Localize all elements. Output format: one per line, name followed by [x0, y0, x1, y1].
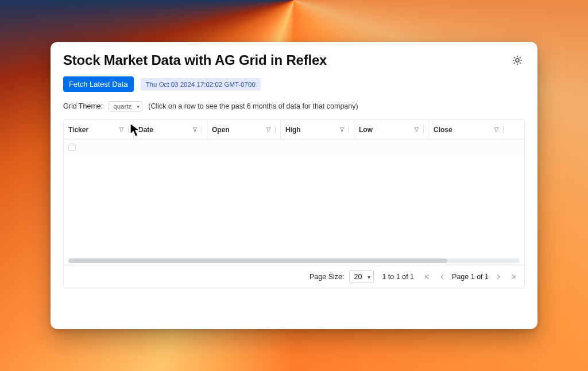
column-header-open[interactable]: Open	[207, 120, 281, 139]
column-header-close[interactable]: Close	[429, 120, 508, 139]
sun-icon	[512, 55, 523, 65]
grid-footer: Page Size: 20 ▾ 1 to 1 of 1 Page 1 of 1	[64, 265, 524, 288]
filter-icon	[339, 126, 345, 133]
svg-line-8	[520, 57, 520, 58]
grid-theme-select[interactable]: quartz ▾	[109, 101, 142, 111]
divider-icon	[275, 126, 276, 134]
row-range-text: 1 to 1 of 1	[382, 273, 414, 281]
divider-icon	[349, 126, 349, 134]
column-label: Close	[434, 126, 452, 134]
column-label: Open	[212, 126, 230, 134]
column-label: High	[285, 126, 301, 134]
grid-theme-label: Grid Theme:	[63, 102, 103, 110]
filter-icon	[493, 126, 500, 133]
filter-icon	[192, 126, 198, 133]
grid-body[interactable]	[64, 156, 524, 258]
divider-icon	[202, 126, 202, 134]
first-page-icon	[424, 273, 431, 280]
app-window: Stock Market Data with AG Grid in Reflex…	[51, 42, 537, 329]
svg-line-3	[514, 57, 515, 58]
column-menu-button[interactable]	[265, 126, 276, 134]
page-size-select[interactable]: 20 ▾	[349, 270, 374, 283]
filter-icon	[413, 126, 420, 133]
column-menu-button[interactable]	[493, 126, 504, 134]
timestamp-badge: Thu Oct 03 2024 17:02:02 GMT-0700	[141, 78, 261, 91]
column-header-low[interactable]: Low	[354, 120, 429, 139]
grid-hint-text: (Click on a row to see the past 6 months…	[148, 102, 358, 110]
chevron-down-icon: ▾	[137, 103, 140, 110]
prev-page-button[interactable]	[437, 272, 447, 282]
column-menu-button[interactable]	[192, 126, 202, 134]
divider-icon	[128, 126, 129, 134]
column-header-ticker[interactable]: Ticker	[64, 120, 134, 139]
first-page-button[interactable]	[422, 272, 432, 282]
caret-down-icon: ▾	[368, 273, 370, 280]
fetch-latest-data-button[interactable]: Fetch Latest Data	[63, 76, 134, 92]
page-title: Stock Market Data with AG Grid in Reflex	[63, 52, 327, 68]
theme-toggle-button[interactable]	[510, 53, 525, 68]
page-size-control: Page Size: 20 ▾	[310, 270, 374, 283]
horizontal-scrollbar[interactable]	[64, 258, 524, 265]
column-label: Date	[138, 126, 153, 134]
next-page-button[interactable]	[493, 272, 504, 282]
svg-line-7	[514, 63, 515, 63]
chevron-right-icon	[495, 273, 502, 280]
filter-icon	[118, 126, 125, 133]
column-label: Low	[359, 126, 373, 134]
title-row: Stock Market Data with AG Grid in Reflex	[63, 52, 525, 68]
column-label: Ticker	[68, 126, 88, 134]
grid-header-row: Ticker Date Open	[64, 120, 524, 140]
toolbar: Fetch Latest Data Thu Oct 03 2024 17:02:…	[63, 76, 525, 92]
divider-icon	[423, 126, 424, 134]
scroll-thumb[interactable]	[68, 258, 447, 263]
last-page-icon	[510, 273, 517, 280]
svg-line-4	[520, 63, 520, 63]
page-size-label: Page Size:	[310, 273, 344, 281]
select-all-row	[64, 140, 524, 156]
data-grid: Ticker Date Open	[63, 119, 525, 288]
svg-point-0	[516, 59, 519, 62]
pager-buttons: Page 1 of 1	[422, 272, 519, 282]
column-header-high[interactable]: High	[281, 120, 354, 139]
column-menu-button[interactable]	[413, 126, 424, 134]
last-page-button[interactable]	[508, 272, 519, 282]
filter-icon	[265, 126, 272, 133]
divider-icon	[503, 126, 504, 134]
column-header-date[interactable]: Date	[134, 120, 207, 139]
page-size-value: 20	[354, 273, 362, 281]
page-of-text: Page 1 of 1	[452, 273, 489, 281]
scroll-track	[68, 258, 520, 263]
select-all-checkbox[interactable]	[68, 144, 76, 151]
chevron-left-icon	[439, 273, 446, 280]
column-menu-button[interactable]	[339, 126, 349, 134]
column-menu-button[interactable]	[118, 126, 129, 134]
grid-theme-value: quartz	[113, 103, 131, 110]
theme-row: Grid Theme: quartz ▾ (Click on a row to …	[63, 101, 525, 111]
